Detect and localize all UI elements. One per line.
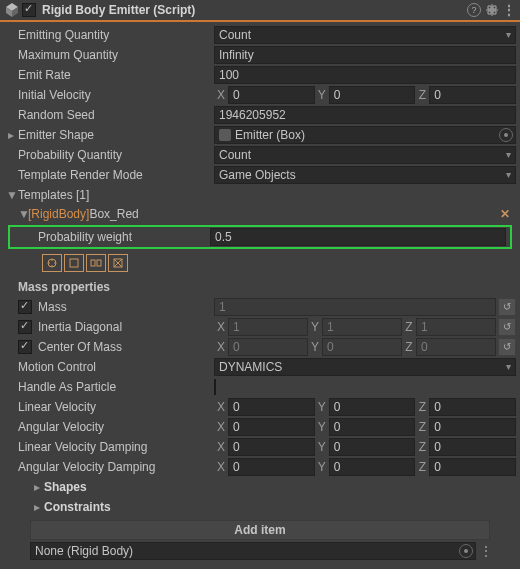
probability-quantity-label: Probability Quantity	[4, 148, 214, 162]
expand-icon: ▸	[32, 480, 42, 494]
maximum-quantity-field[interactable]: Infinity	[214, 46, 516, 64]
template-name: Box_Red	[89, 207, 138, 221]
axis-z-label: Z	[415, 86, 429, 104]
angular-velocity-label: Angular Velocity	[4, 420, 214, 434]
axis-y-label: Y	[315, 86, 329, 104]
expand-icon: ▸	[32, 500, 42, 514]
initial-velocity-x[interactable]: 0	[228, 86, 315, 104]
lv-x[interactable]: 0	[228, 398, 315, 416]
template-item-header[interactable]: ▼ [RigidBody] Box_Red ✕	[4, 204, 516, 224]
linear-velocity-label: Linear Velocity	[4, 400, 214, 414]
inertia-x[interactable]: 1	[228, 318, 308, 336]
emit-rate-label: Emit Rate	[4, 68, 214, 82]
component-enable-checkbox[interactable]	[22, 3, 36, 17]
mass-properties-label: Mass properties	[4, 280, 214, 294]
av-z[interactable]: 0	[429, 418, 516, 436]
handle-as-particle-label: Handle As Particle	[4, 380, 214, 394]
com-x[interactable]: 0	[228, 338, 308, 356]
probability-weight-row: Probability weight 0.5	[8, 225, 512, 249]
tool-button-3[interactable]	[86, 254, 106, 272]
emit-rate-field[interactable]: 100	[214, 66, 516, 84]
inertia-row: Inertia Diagonal	[4, 317, 214, 336]
probability-weight-field[interactable]: 0.5	[210, 228, 506, 246]
template-type-tag: [RigidBody]	[28, 207, 89, 221]
av-y[interactable]: 0	[329, 418, 416, 436]
tool-button-4[interactable]	[108, 254, 128, 272]
template-render-mode-dropdown[interactable]: Game Objects	[214, 166, 516, 184]
emitting-quantity-dropdown[interactable]: Count	[214, 26, 516, 44]
component-icon	[4, 2, 22, 18]
expand-icon: ▸	[6, 128, 16, 142]
initial-velocity-y[interactable]: 0	[329, 86, 416, 104]
avd-z[interactable]: 0	[429, 458, 516, 476]
motion-control-label: Motion Control	[4, 360, 214, 374]
com-row: Center Of Mass	[4, 337, 214, 356]
svg-rect-2	[91, 260, 95, 266]
initial-velocity-label: Initial Velocity	[4, 88, 214, 102]
reset-button[interactable]: ↺	[498, 298, 516, 316]
com-z[interactable]: 0	[416, 338, 496, 356]
lv-y[interactable]: 0	[329, 398, 416, 416]
tool-button-1[interactable]	[42, 254, 62, 272]
random-seed-field[interactable]: 1946205952	[214, 106, 516, 124]
add-item-button[interactable]: Add item	[30, 520, 490, 540]
random-seed-label: Random Seed	[4, 108, 214, 122]
component-title: Rigid Body Emitter (Script)	[42, 3, 467, 17]
svg-rect-3	[97, 260, 101, 266]
inertia-z[interactable]: 1	[416, 318, 496, 336]
remove-template-button[interactable]: ✕	[500, 207, 510, 221]
axis-x-label: X	[214, 86, 228, 104]
expand-icon: ▼	[6, 188, 16, 202]
lvd-x[interactable]: 0	[228, 438, 315, 456]
reset-button[interactable]: ↺	[498, 318, 516, 336]
com-checkbox[interactable]	[18, 340, 32, 354]
preset-icon[interactable]	[485, 3, 499, 17]
emitter-shape-label[interactable]: ▸Emitter Shape	[4, 128, 214, 142]
av-x[interactable]: 0	[228, 418, 315, 436]
emitting-quantity-label: Emitting Quantity	[4, 28, 214, 42]
svg-rect-1	[70, 259, 78, 267]
lvd-z[interactable]: 0	[429, 438, 516, 456]
initial-velocity-z[interactable]: 0	[429, 86, 516, 104]
more-icon[interactable]: ⋮	[480, 544, 490, 558]
tool-button-2[interactable]	[64, 254, 84, 272]
motion-control-dropdown[interactable]: DYNAMICS	[214, 358, 516, 376]
mass-field[interactable]: 1	[214, 298, 496, 316]
help-icon[interactable]: ?	[467, 3, 481, 17]
rigid-body-objref[interactable]: None (Rigid Body)	[30, 542, 476, 560]
lv-z[interactable]: 0	[429, 398, 516, 416]
box-icon	[219, 129, 231, 141]
menu-icon[interactable]: ⋮	[503, 3, 516, 17]
com-y[interactable]: 0	[322, 338, 402, 356]
mass-row: Mass	[4, 297, 214, 316]
maximum-quantity-label: Maximum Quantity	[4, 48, 214, 62]
expand-icon: ▼	[18, 207, 28, 221]
handle-as-particle-checkbox[interactable]	[214, 379, 216, 395]
probability-weight-label: Probability weight	[14, 230, 210, 244]
inertia-y[interactable]: 1	[322, 318, 402, 336]
reset-button[interactable]: ↺	[498, 338, 516, 356]
mass-checkbox[interactable]	[18, 300, 32, 314]
lvd-label: Linear Velocity Damping	[4, 440, 214, 454]
template-render-mode-label: Template Render Mode	[4, 168, 214, 182]
lvd-y[interactable]: 0	[329, 438, 416, 456]
shapes-foldout[interactable]: ▸Shapes	[4, 480, 214, 494]
emitter-shape-objref[interactable]: Emitter (Box)	[214, 126, 516, 144]
avd-x[interactable]: 0	[228, 458, 315, 476]
avd-label: Angular Velocity Damping	[4, 460, 214, 474]
component-header[interactable]: Rigid Body Emitter (Script) ? ⋮	[0, 0, 520, 22]
template-tool-icons	[4, 250, 516, 276]
rigid-body-emitter-component: Rigid Body Emitter (Script) ? ⋮ Emitting…	[0, 0, 520, 569]
inertia-checkbox[interactable]	[18, 320, 32, 334]
constraints-foldout[interactable]: ▸Constraints	[4, 500, 214, 514]
probability-quantity-dropdown[interactable]: Count	[214, 146, 516, 164]
object-picker-icon[interactable]	[499, 128, 513, 142]
object-picker-icon[interactable]	[459, 544, 473, 558]
templates-foldout[interactable]: ▼Templates [1]	[4, 188, 214, 202]
avd-y[interactable]: 0	[329, 458, 416, 476]
